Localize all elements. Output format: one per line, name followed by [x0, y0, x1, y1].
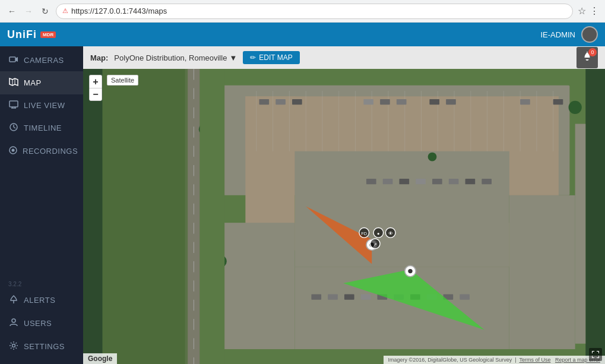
svg-rect-68 [449, 179, 459, 184]
svg-text:👁: 👁 [388, 230, 393, 236]
sidebar-item-settings[interactable]: SETTINGS [0, 335, 83, 358]
svg-rect-5 [9, 101, 18, 107]
svg-point-13 [12, 149, 15, 152]
svg-point-16 [12, 319, 15, 322]
fullscreen-button[interactable] [589, 348, 602, 361]
liveview-icon [8, 100, 19, 110]
svg-rect-62 [553, 99, 563, 105]
svg-rect-66 [416, 179, 426, 184]
alerts-icon [8, 295, 19, 306]
menu-icon[interactable]: ⋮ [590, 5, 599, 17]
zoom-out-button[interactable]: − [89, 88, 102, 101]
chevron-down-icon: ▼ [229, 53, 237, 62]
alerts-label: ALERTS [24, 296, 55, 305]
main-content: CAMERAS MAP [0, 46, 605, 364]
svg-point-94 [408, 269, 412, 273]
map-toolbar-label: Map: [90, 53, 108, 62]
svg-rect-54 [275, 99, 286, 105]
sidebar-item-recordings[interactable]: RECORDINGS [0, 140, 83, 163]
svg-rect-65 [400, 179, 410, 184]
sidebar-item-map[interactable]: MAP [0, 71, 83, 94]
svg-rect-71 [311, 294, 321, 299]
svg-rect-57 [380, 99, 390, 105]
satellite-label: Satellite [107, 75, 138, 86]
map-svg: FD ● 👁 ↗ [83, 69, 605, 364]
svg-text:FD: FD [361, 231, 367, 236]
users-icon [8, 318, 19, 329]
timeline-icon [8, 122, 19, 134]
svg-text:●: ● [377, 231, 379, 236]
logo-badge: MDR [40, 31, 56, 38]
recordings-icon [8, 145, 18, 157]
svg-text:↗: ↗ [373, 242, 377, 247]
imagery-attribution: Imagery ©2016, DigitalGlobe, US Geologic… [388, 357, 512, 363]
star-icon[interactable]: ☆ [578, 5, 586, 17]
map-viewport[interactable]: FD ● 👁 ↗ + − Satellite [83, 69, 605, 364]
svg-line-11 [14, 127, 15, 128]
sidebar-item-alerts[interactable]: ALERTS [0, 289, 83, 312]
svg-rect-88 [200, 69, 225, 364]
sidebar-item-timeline[interactable]: TIMELINE [0, 116, 83, 140]
svg-rect-80 [460, 294, 470, 299]
cameras-label: CAMERAS [24, 56, 64, 65]
svg-rect-30 [223, 223, 294, 349]
svg-marker-2 [9, 78, 18, 86]
svg-point-86 [428, 153, 437, 162]
back-button[interactable]: ← [6, 5, 18, 17]
logo-area: UniFi MDR [7, 29, 56, 41]
svg-rect-70 [482, 179, 492, 184]
sidebar-bottom: 3.2.2 ALERTS [0, 278, 83, 364]
url-text: https://127.0.0.1:7443/maps [71, 7, 167, 15]
edit-icon: ✏ [250, 53, 256, 62]
forward-button[interactable]: → [23, 5, 34, 17]
map-data-attribution: Imagery ©2016, DigitalGlobe, US Geologic… [384, 356, 605, 364]
svg-rect-33 [575, 124, 586, 344]
sidebar-item-cameras[interactable]: CAMERAS [0, 49, 83, 71]
users-label: USERS [24, 319, 52, 328]
admin-label: IE-ADMIN [541, 30, 576, 39]
svg-point-87 [569, 101, 582, 114]
svg-rect-55 [292, 99, 302, 105]
notification-button[interactable]: 0 [577, 47, 598, 68]
terms-link[interactable]: Terms of Use [519, 357, 550, 363]
map-label: MAP [24, 78, 42, 87]
recordings-label: RECORDINGS [23, 147, 78, 156]
zoom-in-button[interactable]: + [89, 75, 102, 88]
security-icon: ⚠ [62, 7, 68, 15]
svg-rect-27 [509, 96, 559, 195]
edit-map-label: EDIT MAP [259, 53, 292, 62]
liveview-label: LIVE VIEW [24, 101, 65, 110]
svg-rect-73 [344, 294, 354, 299]
map-location-selector[interactable]: PolyOne Distribution, Romeoville ▼ [114, 53, 237, 62]
zoom-controls: + − [89, 75, 102, 101]
map-actions-right: 0 [577, 47, 598, 68]
edit-map-button[interactable]: ✏ EDIT MAP [243, 51, 299, 64]
svg-rect-32 [509, 195, 575, 349]
avatar [581, 26, 598, 43]
app-container: UniFi MDR IE-ADMIN CAMERAS [0, 23, 605, 364]
svg-point-15 [13, 302, 14, 303]
sidebar-item-liveview[interactable]: LIVE VIEW [0, 94, 83, 116]
svg-rect-56 [363, 99, 373, 105]
header-right: IE-ADMIN [541, 26, 598, 43]
svg-rect-29 [295, 151, 509, 267]
svg-rect-60 [446, 99, 456, 105]
svg-rect-69 [465, 179, 476, 184]
address-bar[interactable]: ⚠ https://127.0.0.1:7443/maps [56, 4, 573, 19]
notification-badge: 0 [588, 48, 597, 56]
map-toolbar: Map: PolyOne Distribution, Romeoville ▼ … [83, 46, 605, 69]
svg-rect-74 [361, 294, 371, 299]
sidebar-item-users[interactable]: USERS [0, 312, 83, 335]
svg-rect-0 [9, 57, 15, 62]
top-header: UniFi MDR IE-ADMIN [0, 23, 605, 46]
map-location-text: PolyOne Distribution, Romeoville [114, 53, 227, 62]
reload-button[interactable]: ↻ [39, 5, 51, 17]
google-attribution: Google [83, 353, 117, 364]
timeline-label: TIMELINE [24, 124, 62, 132]
map-area: Map: PolyOne Distribution, Romeoville ▼ … [83, 46, 605, 364]
version-label: 3.2.2 [0, 278, 30, 290]
svg-point-17 [12, 344, 15, 347]
svg-rect-53 [259, 99, 270, 105]
map-icon [8, 77, 19, 88]
settings-icon [8, 341, 19, 352]
